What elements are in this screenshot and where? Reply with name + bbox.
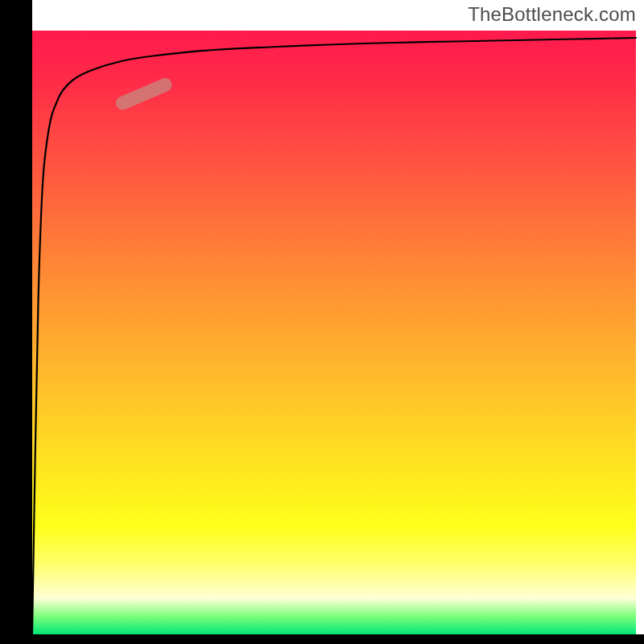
bottleneck-curve — [32, 38, 636, 634]
highlight-marker — [123, 85, 166, 104]
x-axis-band — [0, 634, 644, 644]
y-axis-band — [0, 0, 32, 634]
attribution-label: TheBottleneck.com — [468, 3, 636, 26]
curve-overlay — [32, 31, 636, 634]
chart-container: TheBottleneck.com — [0, 0, 644, 644]
